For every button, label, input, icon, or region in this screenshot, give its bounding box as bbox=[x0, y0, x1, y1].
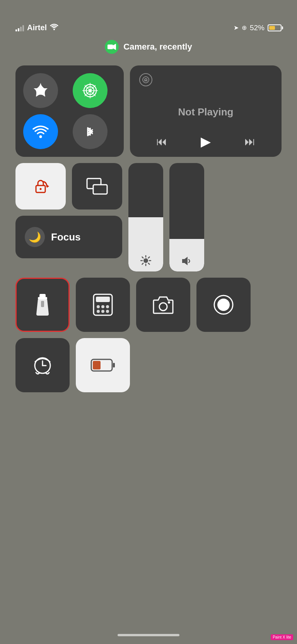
svg-rect-16 bbox=[93, 185, 107, 194]
airplay-button[interactable] bbox=[139, 73, 152, 86]
svg-rect-47 bbox=[93, 361, 101, 369]
bluetooth-button[interactable] bbox=[73, 114, 108, 149]
svg-rect-1 bbox=[108, 45, 113, 49]
focus-button[interactable]: 🌙 Focus bbox=[15, 216, 122, 258]
control-center: Not Playing ⏮ ▶ ⏭ bbox=[0, 65, 297, 392]
playback-controls: ⏮ ▶ ⏭ bbox=[139, 134, 272, 149]
signal-bars bbox=[15, 24, 24, 31]
status-right: ➤ ⊕ 52% bbox=[234, 24, 282, 32]
svg-point-41 bbox=[217, 299, 230, 311]
svg-point-39 bbox=[168, 301, 170, 304]
svg-point-35 bbox=[97, 310, 100, 313]
connectivity-panel[interactable] bbox=[15, 65, 124, 157]
volume-track bbox=[169, 239, 204, 271]
svg-line-24 bbox=[148, 257, 150, 258]
home-indicator[interactable] bbox=[118, 634, 179, 636]
svg-point-10 bbox=[143, 77, 149, 83]
svg-rect-29 bbox=[41, 301, 44, 307]
svg-rect-31 bbox=[96, 297, 110, 302]
brightness-slider[interactable] bbox=[128, 163, 163, 271]
airplane-mode-button[interactable] bbox=[23, 73, 58, 108]
svg-point-8 bbox=[39, 136, 42, 138]
flashlight-button[interactable] bbox=[15, 278, 70, 332]
focus-label: Focus bbox=[51, 231, 81, 243]
camera-button[interactable] bbox=[136, 278, 190, 332]
row-controls-sliders: 🌙 Focus bbox=[15, 163, 282, 271]
svg-point-34 bbox=[106, 305, 109, 308]
battery-icon bbox=[268, 24, 282, 31]
cellular-button[interactable] bbox=[73, 73, 108, 108]
location-icon: ➤ bbox=[234, 24, 239, 31]
battery-widget-button[interactable] bbox=[76, 338, 130, 392]
screen-mirror-button[interactable] bbox=[72, 163, 122, 210]
moon-icon: 🌙 bbox=[25, 227, 45, 247]
svg-line-22 bbox=[142, 257, 143, 258]
alarm-button[interactable] bbox=[15, 338, 70, 392]
row-alarm-battery bbox=[15, 338, 282, 392]
now-playing-panel[interactable]: Not Playing ⏮ ▶ ⏭ bbox=[130, 65, 282, 157]
rewind-button[interactable]: ⏮ bbox=[156, 135, 167, 148]
svg-marker-2 bbox=[113, 44, 116, 50]
row-connectivity-nowplaying: Not Playing ⏮ ▶ ⏭ bbox=[15, 65, 282, 157]
svg-point-33 bbox=[101, 305, 104, 308]
fast-forward-button[interactable]: ⏭ bbox=[244, 135, 255, 148]
wifi-status-icon bbox=[50, 23, 58, 32]
signal-bar-4 bbox=[22, 25, 24, 31]
svg-line-23 bbox=[148, 263, 150, 264]
status-bar: Airtel ➤ ⊕ 52% bbox=[0, 0, 297, 40]
svg-point-38 bbox=[159, 303, 167, 311]
battery-percent: 52% bbox=[250, 24, 265, 32]
row-bottom-tiles bbox=[15, 278, 282, 332]
svg-rect-28 bbox=[38, 297, 47, 299]
svg-point-32 bbox=[97, 305, 100, 308]
camera-label-text: Camera, recently bbox=[123, 42, 192, 52]
carrier-name: Airtel bbox=[27, 23, 47, 32]
svg-point-11 bbox=[145, 79, 147, 81]
svg-marker-26 bbox=[182, 257, 188, 265]
svg-line-25 bbox=[142, 263, 143, 264]
not-playing-text: Not Playing bbox=[139, 106, 272, 118]
calculator-button[interactable] bbox=[76, 278, 130, 332]
battery-fill bbox=[269, 26, 275, 30]
brightness-track bbox=[128, 217, 163, 271]
svg-point-14 bbox=[40, 188, 42, 190]
lock-status-icon: ⊕ bbox=[242, 24, 247, 31]
screen-record-button[interactable] bbox=[196, 278, 251, 332]
rotation-lock-button[interactable] bbox=[15, 163, 66, 210]
camera-dot-icon bbox=[105, 40, 119, 54]
volume-slider[interactable] bbox=[169, 163, 204, 271]
svg-point-37 bbox=[106, 310, 109, 313]
signal-bar-3 bbox=[20, 27, 22, 31]
svg-point-36 bbox=[101, 310, 104, 313]
svg-rect-46 bbox=[113, 363, 115, 368]
watermark: Paint X lite bbox=[271, 634, 293, 640]
wifi-button[interactable] bbox=[23, 114, 58, 149]
row2-icons bbox=[15, 163, 122, 210]
play-button[interactable]: ▶ bbox=[201, 134, 211, 149]
camera-label-area: Camera, recently bbox=[0, 40, 297, 54]
signal-bar-2 bbox=[18, 28, 19, 31]
svg-point-17 bbox=[143, 258, 148, 263]
svg-marker-13 bbox=[47, 185, 49, 188]
status-left: Airtel bbox=[15, 23, 58, 32]
row2-left-controls: 🌙 Focus bbox=[15, 163, 122, 271]
svg-point-0 bbox=[53, 29, 55, 30]
signal-bar-1 bbox=[15, 29, 17, 31]
